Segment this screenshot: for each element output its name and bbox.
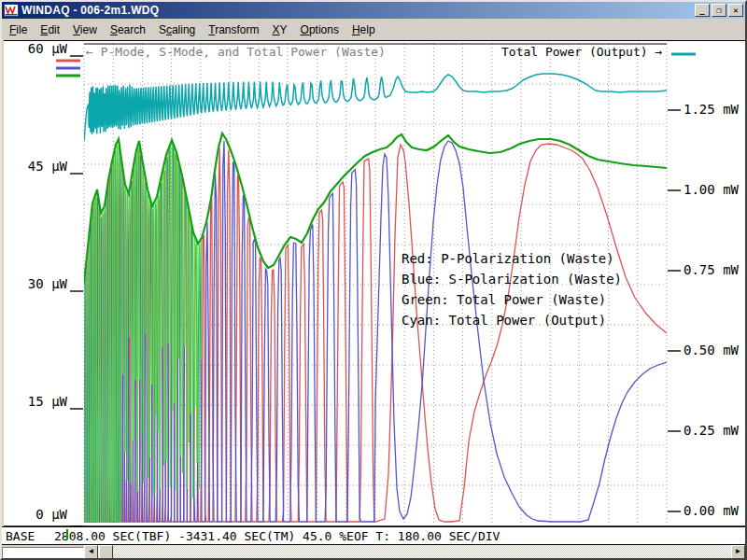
annotation-waste: ← P-Mode, S-Mode, and Total Power (Waste… (86, 45, 386, 59)
chart-area: ← P-Mode, S-Mode, and Total Power (Waste… (4, 40, 747, 527)
right-axis-tick-025: 0.25 mW (684, 423, 739, 438)
restore-button[interactable]: ❐ (712, 4, 726, 17)
windaq-window: WINDAQ - 006-2m1.WDQ _ ❐ ✕ File Edit Vie… (0, 0, 747, 560)
status-bar: BASE 2808.00 SEC(TBF) -3431.40 SEC(TM) 4… (2, 526, 745, 545)
left-arrow-icon: ← (86, 45, 93, 59)
right-axis-tick-050: 0.50 mW (684, 343, 739, 357)
scroll-readout-box (2, 547, 84, 559)
legend-blue: Blue: S-Polarization (Waste) (402, 269, 622, 289)
legend-cyan: Cyan: Total Power (Output) (402, 310, 622, 330)
menu-bar: File Edit View Search Scaling Transform … (2, 19, 745, 40)
minimize-button[interactable]: _ (695, 4, 710, 17)
menu-xy[interactable]: XY (267, 21, 293, 38)
cursor-position-tick (66, 529, 68, 539)
window-title: WINDAQ - 006-2m1.WDQ (21, 4, 695, 17)
legend-red: Red: P-Polarization (Waste) (402, 248, 622, 269)
left-axis-tick-30: 30 µW (7, 276, 67, 291)
horizontal-scrollbar: ◄ ► (2, 545, 745, 560)
menu-search[interactable]: Search (105, 21, 151, 38)
right-axis-tick-000: 0.00 mW (684, 503, 739, 518)
right-axis-tick-100: 1.00 mW (684, 182, 739, 197)
menu-view[interactable]: View (67, 21, 103, 38)
menu-help[interactable]: Help (346, 21, 381, 38)
left-axis-tick-60: 60 µW (7, 41, 67, 56)
right-axis-tick-075: 0.75 mW (684, 262, 739, 277)
scroll-right-arrow-icon: ► (735, 547, 742, 555)
legend-green: Green: Total Power (Waste) (402, 289, 622, 310)
left-axis-tick-0: 0 µW (7, 507, 67, 522)
menu-options[interactable]: Options (295, 21, 345, 38)
scroll-right-button[interactable]: ► (731, 545, 745, 559)
title-bar[interactable]: WINDAQ - 006-2m1.WDQ _ ❐ ✕ (2, 2, 745, 19)
left-axis-tick-45: 45 µW (7, 159, 67, 174)
windaq-icon (4, 4, 19, 17)
left-axis-tick-15: 15 µW (7, 394, 67, 409)
annotation-output: Total Power (Output) → (501, 45, 662, 59)
menu-transform[interactable]: Transform (203, 21, 264, 38)
menu-edit[interactable]: Edit (35, 21, 65, 38)
menu-file[interactable]: File (4, 21, 33, 38)
scroll-left-button[interactable]: ◄ (84, 545, 98, 559)
status-readout: 2808.00 SEC(TBF) -3431.40 SEC(TM) 45.0 %… (54, 529, 500, 543)
scrollbar-track[interactable] (84, 545, 745, 559)
status-base-label: BASE (6, 529, 35, 543)
right-arrow-icon: → (655, 45, 662, 59)
scrollbar-thumb[interactable] (99, 545, 113, 559)
scroll-left-arrow-icon: ◄ (88, 547, 95, 555)
close-button[interactable]: ✕ (728, 4, 743, 17)
menu-scaling[interactable]: Scaling (153, 21, 201, 38)
right-axis-tick-125: 1.25 mW (684, 102, 739, 117)
trace-legend: Red: P-Polarization (Waste) Blue: S-Pola… (402, 248, 622, 330)
